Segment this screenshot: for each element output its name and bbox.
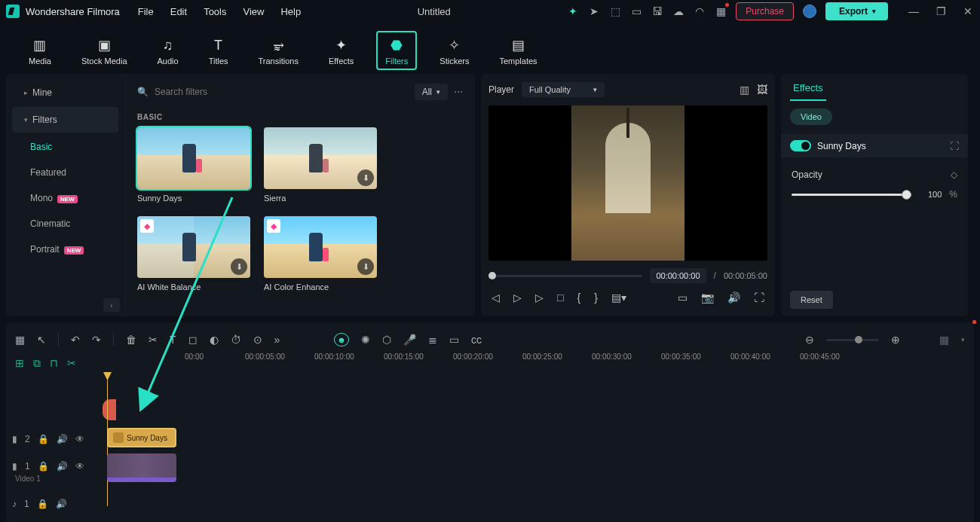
scrub-handle[interactable] bbox=[488, 272, 496, 279]
opacity-slider[interactable] bbox=[792, 194, 911, 196]
link-icon[interactable]: ⧉ bbox=[33, 357, 41, 371]
clip-filter-sunny-days[interactable]: Sunny Days bbox=[107, 428, 176, 447]
play-icon[interactable]: ▷ bbox=[513, 292, 522, 304]
auto-icon[interactable]: ▦ bbox=[15, 334, 25, 346]
track-add-icon[interactable]: ⊞ bbox=[15, 357, 24, 371]
speed-icon[interactable]: ⏱ bbox=[231, 334, 241, 346]
reset-button[interactable]: Reset bbox=[790, 291, 833, 309]
tab-effects[interactable]: ✦Effects bbox=[321, 32, 361, 69]
thumb-ai-white-balance[interactable]: ◆ ⬇ AI White Balance bbox=[137, 216, 250, 292]
props-tab-effects[interactable]: Effects bbox=[781, 74, 968, 102]
purchase-button[interactable]: Purchase bbox=[736, 2, 794, 20]
video-chip[interactable]: Video bbox=[790, 108, 832, 125]
tab-stickers[interactable]: ✧Stickers bbox=[432, 32, 476, 69]
keyframe-icon[interactable]: ◇ bbox=[951, 169, 957, 180]
record-icon[interactable]: ▭ bbox=[449, 334, 459, 346]
fullscreen-icon[interactable]: ⛶ bbox=[754, 292, 764, 304]
sidebar-item-filters[interactable]: ▾Filters bbox=[12, 107, 118, 133]
tab-audio[interactable]: ♫Audio bbox=[150, 32, 186, 69]
lock-icon[interactable]: 🔒 bbox=[37, 499, 48, 509]
mark-out-icon[interactable]: } bbox=[594, 292, 598, 304]
sidebar-sub-basic[interactable]: Basic bbox=[6, 134, 124, 160]
undo-icon[interactable]: ↶ bbox=[71, 334, 80, 346]
tab-transitions[interactable]: ⥵Transitions bbox=[251, 32, 306, 69]
quality-dropdown[interactable]: Full Quality▾ bbox=[522, 82, 605, 97]
thumb-sierra[interactable]: ⬇ Sierra bbox=[264, 127, 377, 203]
download-icon[interactable]: ⬇ bbox=[231, 258, 247, 275]
play-forward-icon[interactable]: ▷ bbox=[535, 292, 544, 304]
crop-icon[interactable]: ◻ bbox=[188, 334, 198, 346]
image-icon[interactable]: 🖼 bbox=[757, 84, 767, 96]
mute-icon[interactable]: 🔊 bbox=[57, 434, 68, 444]
slider-handle[interactable] bbox=[902, 190, 911, 200]
cloud-icon[interactable]: ☁ bbox=[672, 5, 684, 17]
zoom-out-icon[interactable]: ⊖ bbox=[805, 334, 814, 346]
mic-icon[interactable]: 🎤 bbox=[403, 334, 416, 346]
zoom-in-icon[interactable]: ⊕ bbox=[891, 334, 900, 346]
close-icon[interactable]: ✕ bbox=[962, 5, 974, 17]
menu-edit[interactable]: Edit bbox=[170, 6, 187, 17]
tab-stock-media[interactable]: ▣Stock Media bbox=[74, 32, 135, 69]
clip-video[interactable] bbox=[107, 453, 176, 482]
snapshot-icon[interactable]: 📷 bbox=[701, 292, 714, 304]
opacity-value[interactable]: 100 bbox=[919, 190, 942, 199]
settings-chevron-icon[interactable]: ▾ bbox=[961, 336, 965, 343]
minimize-icon[interactable]: ― bbox=[908, 5, 920, 17]
sidebar-sub-portrait[interactable]: PortraitNEW bbox=[6, 237, 124, 262]
ai-face-icon[interactable]: ☻ bbox=[334, 333, 349, 346]
save-icon[interactable]: 🖫 bbox=[651, 5, 663, 17]
thumb-ai-color-enhance[interactable]: ◆ ⬇ AI Color Enhance bbox=[264, 216, 377, 292]
menu-view[interactable]: View bbox=[243, 6, 264, 17]
device-icon[interactable]: ⬚ bbox=[609, 5, 621, 17]
text-icon[interactable]: T bbox=[170, 334, 176, 346]
color-icon[interactable]: ◐ bbox=[210, 334, 219, 346]
gift-icon[interactable]: ✦ bbox=[567, 5, 579, 17]
headphones-icon[interactable]: ◠ bbox=[694, 5, 706, 17]
menu-help[interactable]: Help bbox=[280, 6, 301, 17]
maximize-icon[interactable]: ❐ bbox=[935, 5, 947, 17]
spark-icon[interactable]: ✺ bbox=[361, 334, 370, 346]
screen-icon[interactable]: ▭ bbox=[630, 5, 642, 17]
prev-frame-icon[interactable]: ◁ bbox=[492, 292, 500, 304]
display-icon[interactable]: ▭ bbox=[678, 292, 688, 304]
lock-icon[interactable]: 🔒 bbox=[38, 434, 49, 444]
tab-titles[interactable]: TTitles bbox=[201, 32, 236, 69]
apps-icon[interactable]: ▦ bbox=[715, 5, 727, 17]
expand-icon[interactable]: ⛶ bbox=[950, 141, 959, 151]
delete-icon[interactable]: 🗑 bbox=[126, 334, 136, 346]
redo-icon[interactable]: ↷ bbox=[92, 334, 101, 346]
search-input[interactable]: 🔍 Search filters bbox=[137, 87, 409, 97]
marker-icon[interactable]: ✂ bbox=[67, 357, 76, 371]
pointer-icon[interactable]: ↖ bbox=[37, 334, 46, 346]
more-tools-icon[interactable]: » bbox=[274, 334, 280, 346]
stop-icon[interactable]: □ bbox=[557, 292, 563, 304]
mute-icon[interactable]: 🔊 bbox=[57, 461, 68, 472]
tab-media[interactable]: ▥Media bbox=[21, 32, 59, 69]
playhead-grip[interactable] bbox=[103, 399, 116, 420]
export-button[interactable]: Export bbox=[825, 2, 888, 20]
sidebar-sub-cinematic[interactable]: Cinematic bbox=[6, 211, 124, 237]
zoom-slider[interactable] bbox=[826, 339, 879, 341]
mute-icon[interactable]: 🔊 bbox=[56, 499, 67, 509]
send-icon[interactable]: ➤ bbox=[588, 5, 600, 17]
volume-icon[interactable]: 🔊 bbox=[727, 292, 740, 304]
compare-icon[interactable]: ▥ bbox=[740, 84, 749, 96]
lock-icon[interactable]: 🔒 bbox=[38, 461, 49, 472]
sidebar-item-mine[interactable]: ▸Mine bbox=[12, 80, 118, 105]
globe-icon[interactable] bbox=[803, 5, 816, 18]
more-icon[interactable]: ⋯ bbox=[454, 87, 463, 97]
mark-in-icon[interactable]: { bbox=[577, 292, 580, 304]
list-icon[interactable]: ▦ bbox=[939, 334, 949, 346]
filter-all-dropdown[interactable]: All▾ bbox=[415, 84, 448, 100]
scrub-track[interactable] bbox=[488, 275, 642, 277]
filter-toggle[interactable] bbox=[790, 140, 811, 151]
collapse-sidebar-button[interactable]: ‹ bbox=[103, 298, 120, 312]
split-icon[interactable]: ✂ bbox=[149, 334, 158, 346]
download-icon[interactable]: ⬇ bbox=[357, 169, 374, 186]
shield-icon[interactable]: ⬡ bbox=[382, 334, 391, 346]
equalizer-icon[interactable]: ≣ bbox=[428, 334, 437, 346]
menu-tools[interactable]: Tools bbox=[204, 6, 226, 17]
timeline-ruler[interactable]: 00:00 00:00:05:00 00:00:10:00 00:00:15:0… bbox=[185, 353, 974, 375]
tab-templates[interactable]: ▤Templates bbox=[492, 32, 544, 69]
player-viewport[interactable] bbox=[488, 105, 767, 261]
